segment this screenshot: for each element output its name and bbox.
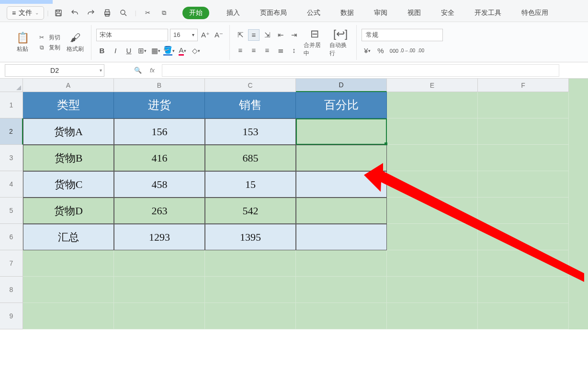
cell-C5[interactable]: 542 (205, 198, 296, 224)
cut-toolbar-icon[interactable]: ✂ (143, 8, 153, 18)
fill-color-button[interactable]: 🪣▾ (163, 45, 175, 57)
tab-formulas[interactable]: 公式 (304, 7, 323, 19)
cell-C6[interactable]: 1395 (205, 224, 296, 250)
increase-font-icon[interactable]: A⁺ (200, 29, 211, 41)
orientation-icon[interactable]: ↕ (288, 45, 300, 56)
cell-B5[interactable]: 263 (114, 198, 205, 224)
decrease-indent-icon[interactable]: ⇤ (275, 29, 286, 41)
tab-insert[interactable]: 插入 (224, 7, 243, 19)
cell-E5[interactable] (387, 198, 478, 224)
cell-F5[interactable] (478, 198, 569, 224)
align-center-icon[interactable]: ≡ (248, 45, 260, 56)
cell-D3[interactable] (296, 145, 387, 171)
cell-D6[interactable] (296, 224, 387, 250)
col-header-D[interactable]: D (296, 79, 387, 92)
tab-data[interactable]: 数据 (338, 7, 357, 19)
cell-A7[interactable] (23, 250, 114, 277)
cell-E4[interactable] (387, 171, 478, 198)
row-header-3[interactable]: 3 (0, 145, 23, 171)
spreadsheet-grid[interactable]: A B C D E F 1 类型 进货 销售 百分比 2 货物A 156 153… (0, 79, 588, 329)
row-header-4[interactable]: 4 (0, 171, 23, 198)
select-all-corner[interactable] (0, 79, 23, 92)
justify-icon[interactable]: ≣ (275, 45, 286, 56)
col-header-F[interactable]: F (478, 79, 569, 92)
cell-A3[interactable]: 货物B (23, 145, 114, 171)
row-header-8[interactable]: 8 (0, 277, 23, 303)
formula-input[interactable] (162, 64, 559, 77)
save-icon[interactable] (54, 8, 63, 18)
cell-F2[interactable] (478, 118, 569, 145)
cell-C3[interactable]: 685 (205, 145, 296, 171)
tab-security[interactable]: 安全 (438, 7, 457, 19)
align-bottom-icon[interactable]: ⇲ (261, 29, 273, 41)
col-header-B[interactable]: B (114, 79, 205, 92)
cell-E1[interactable] (387, 92, 478, 118)
cut-button[interactable]: ✂剪切 (37, 34, 60, 42)
row-header-2[interactable]: 2 (0, 118, 23, 145)
cell-C2[interactable]: 153 (205, 118, 296, 145)
cell-A2[interactable]: 货物A (23, 118, 114, 145)
increase-decimal-icon[interactable]: .0→.00 (402, 45, 413, 57)
tab-featured[interactable]: 特色应用 (519, 7, 551, 19)
align-middle-icon[interactable]: ≡ (248, 29, 260, 41)
row-header-6[interactable]: 6 (0, 224, 23, 250)
cell-D4[interactable] (296, 171, 387, 198)
name-box[interactable]: D2 ▾ (5, 64, 104, 77)
col-header-A[interactable]: A (23, 79, 114, 92)
font-size-combo[interactable]: 16▾ (170, 29, 198, 41)
underline-button[interactable]: U (123, 45, 135, 57)
italic-button[interactable]: I (110, 45, 121, 57)
clear-format-button[interactable]: ◇▾ (190, 45, 202, 57)
cell-B2[interactable]: 156 (114, 118, 205, 145)
tab-view[interactable]: 视图 (405, 7, 424, 19)
row-header-1[interactable]: 1 (0, 92, 23, 118)
undo-icon[interactable] (70, 8, 79, 18)
align-left-icon[interactable]: ≡ (235, 45, 246, 56)
row-header-5[interactable]: 5 (0, 198, 23, 224)
format-painter-button[interactable]: 🖌 格式刷 (64, 26, 86, 59)
redo-icon[interactable] (86, 8, 96, 18)
col-header-E[interactable]: E (387, 79, 478, 92)
percent-icon[interactable]: % (375, 45, 386, 57)
cell-D5[interactable] (296, 198, 387, 224)
cell-A9[interactable] (23, 303, 114, 329)
align-top-icon[interactable]: ⇱ (235, 29, 246, 41)
font-color-button[interactable]: A▾ (177, 45, 188, 57)
decrease-decimal-icon[interactable]: .00 (415, 45, 427, 57)
cell-A1[interactable]: 类型 (23, 92, 114, 118)
font-name-combo[interactable]: 宋体 (96, 29, 168, 41)
cell-D2-selected[interactable] (296, 118, 387, 145)
tab-review[interactable]: 审阅 (371, 7, 390, 19)
cell-E3[interactable] (387, 145, 478, 171)
cell-A6[interactable]: 汇总 (23, 224, 114, 250)
cell-C4[interactable]: 15 (205, 171, 296, 198)
copy-button[interactable]: ⧉复制 (37, 44, 60, 52)
cell-F4[interactable] (478, 171, 569, 198)
number-format-combo[interactable]: 常规 (362, 29, 443, 41)
copy-toolbar-icon[interactable]: ⧉ (159, 8, 169, 18)
print-icon[interactable] (102, 8, 112, 18)
merge-center-button[interactable]: ⊟ 合并居中 (304, 26, 326, 59)
cell-E6[interactable] (387, 224, 478, 250)
bold-button[interactable]: B (96, 45, 108, 57)
cell-A4[interactable]: 货物C (23, 171, 114, 198)
fill-style-button[interactable]: ▦▾ (150, 45, 161, 57)
cell-B1[interactable]: 进货 (114, 92, 205, 118)
cell-B4[interactable]: 458 (114, 171, 205, 198)
paste-button[interactable]: 📋 粘贴 (11, 26, 34, 59)
row-header-7[interactable]: 7 (0, 250, 23, 277)
cell-F1[interactable] (478, 92, 569, 118)
cell-F6[interactable] (478, 224, 569, 250)
tab-home[interactable]: 开始 (182, 7, 209, 19)
cell-A8[interactable] (23, 277, 114, 303)
border-button[interactable]: ⊞▾ (136, 45, 148, 57)
currency-icon[interactable]: ¥▾ (362, 45, 373, 57)
cell-B3[interactable]: 416 (114, 145, 205, 171)
tab-developer[interactable]: 开发工具 (472, 7, 504, 19)
print-preview-icon[interactable] (119, 8, 128, 18)
cell-C1[interactable]: 销售 (205, 92, 296, 118)
tab-page-layout[interactable]: 页面布局 (257, 7, 290, 19)
row-header-9[interactable]: 9 (0, 303, 23, 329)
wrap-text-button[interactable]: [↩] 自动换行 (329, 26, 351, 59)
cell-F3[interactable] (478, 145, 569, 171)
